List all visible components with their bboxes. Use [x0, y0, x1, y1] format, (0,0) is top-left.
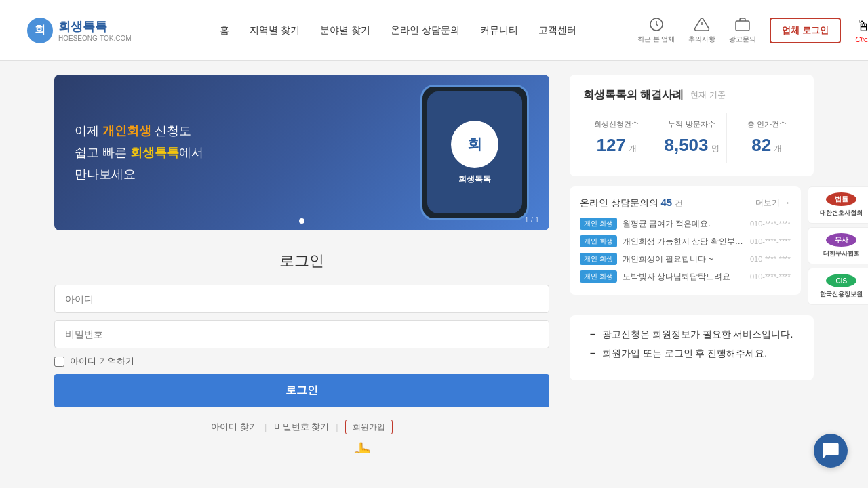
- nav-home[interactable]: 홈: [220, 21, 229, 40]
- stat-unit-1: 명: [711, 143, 719, 155]
- partner-logo-1[interactable]: 무사 대한무사협회: [808, 227, 868, 264]
- login-button[interactable]: 로그인: [54, 374, 549, 407]
- stat-value-row-0: 127 개: [590, 135, 643, 156]
- ad-label: 광고문의: [729, 35, 756, 44]
- stat-item-2: 총 인가건수 82 개: [734, 113, 800, 163]
- consult-section: 온라인 상담문의의 45 건 더보기 → 개인 회생 월평균 금여가 적은데요.…: [570, 186, 801, 295]
- stat-item-1: 누적 방문자수 8,503 명: [657, 113, 726, 163]
- right-side: 회생톡톡의 해결사례 현재 기준 회생신청건수 127 개 누적 방문자수 8,…: [570, 75, 814, 440]
- stat-label-0: 회생신청건수: [590, 119, 643, 129]
- find-pw-link[interactable]: 비밀번호 찾기: [274, 421, 330, 433]
- partner-name-0: 대한변호사협회: [820, 209, 863, 218]
- consult-count: 45: [661, 197, 673, 208]
- consult-item-2: 개인 회생 개인회생이 필요합니다 ~ 010-****-****: [580, 253, 791, 265]
- banner-line3: 만나보세요: [75, 166, 203, 182]
- partner-name-1: 대한무사협회: [823, 249, 860, 258]
- login-title: 로그인: [54, 251, 549, 271]
- enterprise-btn-wrapper: 업체 로그인 🖱 Click: [770, 18, 841, 43]
- stat-item-0: 회생신청건수 127 개: [583, 113, 650, 163]
- notice-icon-item[interactable]: 추의사항: [688, 16, 715, 44]
- stat-value-1: 8,503: [664, 135, 708, 156]
- stat-value-0: 127: [597, 135, 626, 156]
- consult-title-row: 온라인 상담문의의 45 건: [580, 197, 683, 209]
- left-side: 이제 개인회생 신청도 쉽고 빠른 회생톡톡에서 만나보세요 회 회생톡톡 1 …: [54, 75, 549, 440]
- login-links: 아이디 찾기 | 비밀번호 찾기 | 회원가입 👆 Click: [54, 421, 549, 433]
- remember-check: 아이디 기억하기: [54, 355, 549, 367]
- join-click-cursor: 👆 Click: [352, 438, 374, 454]
- nav-region[interactable]: 지역별 찾기: [250, 21, 300, 40]
- login-form: 아이디 기억하기 로그인 아이디 찾기 | 비밀번호 찾기 | 회원가입 👆 C…: [54, 285, 549, 433]
- consult-tag-2: 개인 회생: [580, 253, 617, 265]
- stat-label-1: 누적 방문자수: [664, 119, 719, 129]
- partner-section: 법률 대한변호사협회 무사 대한무사협회 CIS 한국신용정보원: [808, 186, 868, 305]
- stat-value-2: 82: [751, 135, 771, 156]
- join-link[interactable]: 회원가입: [345, 420, 393, 434]
- stats-header: 회생톡톡의 해결사례 현재 기준: [583, 88, 800, 102]
- recent-label: 최근 본 업체: [637, 35, 675, 44]
- partner-icon-1: 무사: [826, 233, 856, 247]
- ad-notice-line-2: – 회원가입 또는 로그인 후 진행해주세요.: [590, 348, 793, 360]
- consult-header: 온라인 상담문의의 45 건 더보기 →: [580, 197, 791, 209]
- consult-title: 온라인 상담문의의: [580, 197, 658, 208]
- recent-icon: [648, 16, 665, 33]
- banner-counter: 1 / 1: [525, 216, 539, 224]
- join-click-area: 회원가입 👆 Click: [345, 422, 393, 433]
- stats-title: 회생톡톡의 해결사례: [583, 88, 684, 102]
- logo-text: 회생톡톡: [58, 18, 132, 35]
- login-section: 로그인 아이디 기억하기 로그인 아이디 찾기 | 비밀번호 찾기 | 회원가입: [54, 244, 549, 440]
- consult-text-1: 개인회생 가능한지 상담 확인부탁드립니다: [623, 236, 750, 247]
- dot-1: [299, 218, 304, 224]
- stat-unit-0: 개: [629, 143, 637, 155]
- password-input[interactable]: [54, 320, 549, 348]
- partner-logo-0[interactable]: 법률 대한변호사협회: [808, 186, 868, 224]
- phone-logo-circle: 회: [451, 121, 498, 168]
- stat-label-2: 총 인가건수: [741, 119, 793, 129]
- banner-text: 이제 개인회생 신청도 쉽고 빠른 회생톡톡에서 만나보세요: [75, 123, 203, 182]
- ad-icon-item[interactable]: 광고문의: [729, 16, 756, 44]
- consult-unit: 건: [675, 199, 683, 208]
- notice-icon: [694, 16, 710, 33]
- header-icons: 최근 본 업체 추의사항 광고문의 업체 로그인 🖱 Click: [637, 16, 841, 44]
- consult-text-3: 도박빚자 상다님봐답탁드려요: [623, 271, 750, 283]
- nav-support[interactable]: 고객센터: [538, 21, 576, 40]
- main-nav: 홈 지역별 찾기 분야별 찾기 온라인 상담문의 커뮤니티 고객센터: [159, 21, 637, 40]
- stats-section: 회생톡톡의 해결사례 현재 기준 회생신청건수 127 개 누적 방문자수 8,…: [570, 75, 814, 176]
- svg-rect-3: [736, 21, 749, 30]
- id-input[interactable]: [54, 285, 549, 313]
- consult-text-2: 개인회생이 필요합니다 ~: [623, 253, 750, 265]
- consult-phone-3: 010-****-****: [750, 272, 791, 281]
- chat-icon: [821, 441, 840, 453]
- find-id-link[interactable]: 아이디 찾기: [211, 421, 258, 433]
- partner-logo-2[interactable]: CIS 한국신용정보원: [808, 268, 868, 305]
- click-label-top: Click: [855, 35, 868, 43]
- stat-value-row-1: 8,503 명: [664, 135, 719, 156]
- stat-value-row-2: 82 개: [741, 135, 793, 156]
- click-cursor-hand: 🖱: [856, 18, 868, 35]
- nav-consult[interactable]: 온라인 상담문의: [391, 21, 460, 40]
- ad-notice: – 광고신청은 회원정보가 필요한 서비스입니다. – 회원가입 또는 로그인 …: [570, 315, 814, 380]
- consult-item-0: 개인 회생 월평균 금여가 적은데요. 010-****-****: [580, 218, 791, 230]
- remember-label: 아이디 기억하기: [70, 355, 134, 367]
- logo-sub: HOESEONG-TOK.COM: [58, 35, 132, 42]
- nav-field[interactable]: 분야별 찾기: [320, 21, 370, 40]
- stat-unit-2: 개: [774, 143, 782, 155]
- banner-phone: 회 회생톡톡: [420, 85, 529, 220]
- enterprise-login-button[interactable]: 업체 로그인: [770, 18, 841, 43]
- consult-list: 개인 회생 월평균 금여가 적은데요. 010-****-**** 개인 회생 …: [580, 218, 791, 283]
- banner-line1: 이제 개인회생 신청도: [75, 123, 203, 139]
- header: 회 회생톡톡 HOESEONG-TOK.COM 홈 지역별 찾기 분야별 찾기 …: [0, 0, 868, 61]
- ad-icon: [734, 16, 751, 33]
- remember-checkbox[interactable]: [54, 357, 64, 367]
- nav-community[interactable]: 커뮤니티: [480, 21, 518, 40]
- consult-phone-1: 010-****-****: [750, 237, 791, 245]
- partner-name-2: 한국신용정보원: [820, 290, 863, 299]
- logo-area[interactable]: 회 회생톡톡 HOESEONG-TOK.COM: [27, 18, 132, 43]
- stats-grid: 회생신청건수 127 개 누적 방문자수 8,503 명 총 인가건수: [583, 113, 800, 163]
- consult-tag-0: 개인 회생: [580, 218, 617, 230]
- consult-tag-1: 개인 회생: [580, 235, 617, 247]
- recent-icon-item[interactable]: 최근 본 업체: [637, 16, 675, 44]
- banner: 이제 개인회생 신청도 쉽고 빠른 회생톡톡에서 만나보세요 회 회생톡톡 1 …: [54, 75, 549, 230]
- banner-line2: 쉽고 빠른 회생톡톡에서: [75, 144, 203, 161]
- logo-icon: 회: [27, 18, 53, 43]
- more-link[interactable]: 더보기 →: [755, 197, 790, 209]
